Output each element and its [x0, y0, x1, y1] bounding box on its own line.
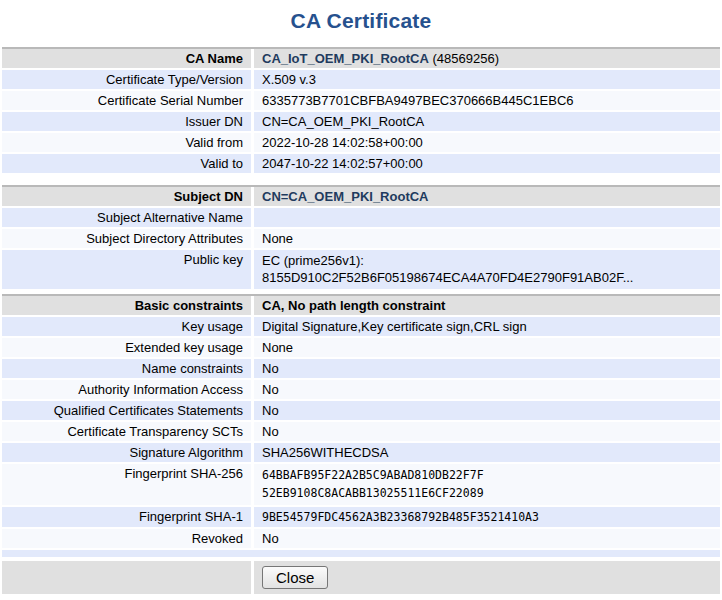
- section-header-value: CA_IoT_OEM_PKI_RootCA (48569256): [254, 49, 720, 68]
- field-label: Subject Alternative Name: [2, 208, 251, 227]
- page-title: CA Certificate: [2, 9, 720, 33]
- field-value-line: 52EB9108C8ACABB13025511E6CF22089: [262, 484, 712, 502]
- certificate-section: Basic constraints CA, No path length con…: [2, 294, 720, 548]
- separator-row: [2, 550, 720, 557]
- section-header-value-main: CN=CA_OEM_PKI_RootCA: [262, 189, 429, 204]
- footer-bar: Close: [2, 561, 720, 594]
- section-header-label: Basic constraints: [2, 296, 251, 315]
- field-label: Revoked: [2, 529, 251, 548]
- field-value: 2047-10-22 14:02:57+00:00: [254, 154, 720, 173]
- field-label: Valid from: [2, 133, 251, 152]
- field-value-line: EC (prime256v1):: [262, 252, 712, 269]
- field-label: Fingerprint SHA-1: [2, 507, 251, 527]
- field-value: SHA256WITHECDSA: [254, 443, 720, 462]
- field-label: Authority Information Access: [2, 380, 251, 399]
- field-label: Certificate Type/Version: [2, 70, 251, 89]
- field-label: Valid to: [2, 154, 251, 173]
- field-value: X.509 v.3: [254, 70, 720, 89]
- field-label: Subject Directory Attributes: [2, 229, 251, 248]
- field-label: Fingerprint SHA-256: [2, 464, 251, 505]
- field-label: Certificate Serial Number: [2, 91, 251, 110]
- field-value: 9BE54579FDC4562A3B23368792B485F3521410A3: [254, 507, 720, 527]
- section-header-label: Subject DN: [2, 187, 251, 206]
- footer-button-cell: Close: [254, 561, 720, 594]
- field-value: Digital Signature,Key certificate sign,C…: [254, 317, 720, 336]
- field-label: Signature Algorithm: [2, 443, 251, 462]
- field-label: Extended key usage: [2, 338, 251, 357]
- field-label: Name constraints: [2, 359, 251, 378]
- field-label: Qualified Certificates Statements: [2, 401, 251, 420]
- field-value: None: [254, 229, 720, 248]
- section-header-label: CA Name: [2, 49, 251, 68]
- certificate-section: Subject DN CN=CA_OEM_PKI_RootCA Subject …: [2, 185, 720, 289]
- field-label: Key usage: [2, 317, 251, 336]
- section-header-value: CA, No path length constraint: [254, 296, 720, 315]
- section-header-value-main: CA, No path length constraint: [262, 298, 445, 313]
- section-header-value-suffix: (48569256): [429, 51, 499, 66]
- field-label: Certificate Transparency SCTs: [2, 422, 251, 441]
- field-value-line: 64BBAFB95F22A2B5C9ABAD810DB22F7F: [262, 466, 712, 484]
- field-value: No: [254, 359, 720, 378]
- field-value: EC (prime256v1):8155D910C2F52B6F05198674…: [254, 250, 720, 289]
- field-label: Issuer DN: [2, 112, 251, 131]
- field-label: Public key: [2, 250, 251, 289]
- field-value: No: [254, 401, 720, 420]
- field-value: 64BBAFB95F22A2B5C9ABAD810DB22F7F52EB9108…: [254, 464, 720, 505]
- certificate-section: CA Name CA_IoT_OEM_PKI_RootCA (48569256)…: [2, 47, 720, 173]
- section-header-value: CN=CA_OEM_PKI_RootCA: [254, 187, 720, 206]
- field-value: No: [254, 422, 720, 441]
- field-value: CN=CA_OEM_PKI_RootCA: [254, 112, 720, 131]
- field-value-line: 8155D910C2F52B6F05198674ECA4A70FD4E2790F…: [262, 269, 712, 286]
- field-value: No: [254, 529, 720, 548]
- field-value: No: [254, 380, 720, 399]
- close-button[interactable]: Close: [262, 566, 328, 589]
- field-value: 6335773B7701CBFBA9497BEC370666B445C1EBC6: [254, 91, 720, 110]
- field-value: None: [254, 338, 720, 357]
- footer-left-cell: [2, 561, 251, 594]
- field-value: [254, 208, 720, 227]
- section-header-value-main: CA_IoT_OEM_PKI_RootCA: [262, 51, 429, 66]
- certificate-sections: CA Name CA_IoT_OEM_PKI_RootCA (48569256)…: [2, 47, 720, 548]
- field-value: 2022-10-28 14:02:58+00:00: [254, 133, 720, 152]
- ca-certificate-page: CA Certificate CA Name CA_IoT_OEM_PKI_Ro…: [2, 9, 720, 594]
